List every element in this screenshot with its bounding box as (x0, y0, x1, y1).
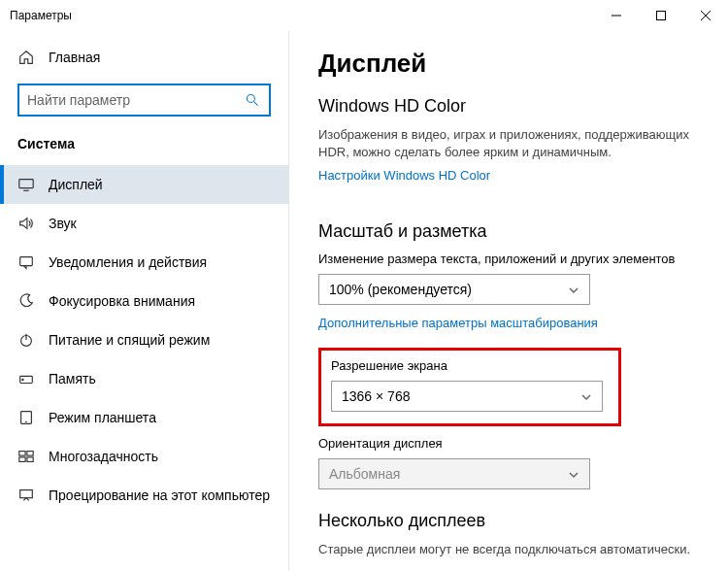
maximize-button[interactable] (639, 0, 683, 31)
text-size-label: Изменение размера текста, приложений и д… (318, 252, 699, 266)
category-title: Система (0, 136, 288, 151)
svg-line-5 (254, 102, 258, 106)
nav-label: Звук (49, 216, 77, 231)
nav-tablet[interactable]: Режим планшета (0, 398, 288, 437)
resolution-highlight: Разрешение экрана 1366 × 768 (318, 348, 621, 426)
resolution-value: 1366 × 768 (342, 388, 410, 404)
svg-point-12 (22, 379, 23, 380)
hdcolor-desc: Изображения в видео, играх и приложениях… (318, 126, 699, 161)
svg-rect-1 (657, 12, 666, 20)
chevron-down-icon (568, 468, 579, 480)
home-nav[interactable]: Главная (0, 41, 288, 74)
svg-rect-17 (19, 457, 25, 462)
nav-notifications[interactable]: Уведомления и действия (0, 243, 288, 282)
nav-label: Память (49, 371, 96, 386)
nav-label: Многозадачность (49, 449, 158, 464)
svg-point-4 (247, 94, 254, 102)
multitask-icon (17, 448, 35, 465)
nav-multitask[interactable]: Многозадачность (0, 437, 288, 476)
orientation-label: Ориентация дисплея (318, 436, 699, 451)
nav-projecting[interactable]: Проецирование на этот компьютер (0, 476, 288, 515)
sidebar: Главная Система Дисплей Звук Уведомления… (0, 31, 289, 571)
tablet-icon (17, 409, 35, 426)
nav-label: Режим планшета (49, 410, 156, 425)
nav-sound[interactable]: Звук (0, 204, 288, 243)
nav-storage[interactable]: Память (0, 359, 288, 398)
search-input[interactable] (27, 92, 244, 108)
power-icon (17, 331, 35, 349)
scale-heading: Масштаб и разметка (318, 221, 699, 242)
nav-label: Питание и спящий режим (49, 332, 210, 348)
multi-desc: Старые дисплеи могут не всегда подключат… (318, 541, 699, 558)
multi-heading: Несколько дисплеев (318, 511, 699, 531)
moon-icon (17, 292, 35, 310)
display-icon (17, 176, 35, 193)
svg-rect-15 (19, 452, 25, 456)
svg-rect-16 (27, 452, 33, 456)
chevron-down-icon (568, 284, 579, 295)
advanced-scale-link[interactable]: Дополнительные параметры масштабирования (318, 316, 598, 330)
minimize-button[interactable] (594, 0, 639, 31)
nav-label: Дисплей (49, 177, 103, 192)
home-label: Главная (49, 50, 100, 65)
text-size-select[interactable]: 100% (рекомендуется) (318, 274, 590, 305)
search-icon (244, 91, 261, 109)
window-controls (594, 0, 728, 31)
nav-focus[interactable]: Фокусировка внимания (0, 282, 288, 320)
nav-label: Проецирование на этот компьютер (49, 487, 270, 503)
nav-label: Фокусировка внимания (49, 293, 195, 309)
storage-icon (17, 370, 35, 387)
resolution-select[interactable]: 1366 × 768 (331, 381, 603, 412)
svg-rect-19 (20, 490, 33, 498)
chevron-down-icon (580, 390, 592, 402)
home-icon (17, 49, 35, 66)
nav-label: Уведомления и действия (49, 254, 207, 270)
hdcolor-heading: Windows HD Color (318, 96, 699, 117)
page-title: Дисплей (318, 49, 699, 79)
search-box[interactable] (17, 84, 271, 117)
nav-display[interactable]: Дисплей (0, 165, 288, 204)
orientation-value: Альбомная (329, 466, 400, 482)
resolution-label: Разрешение экрана (331, 358, 609, 373)
svg-rect-18 (27, 457, 33, 462)
close-button[interactable] (683, 0, 728, 31)
svg-rect-6 (19, 180, 33, 188)
window-title: Параметры (10, 9, 72, 22)
project-icon (17, 487, 35, 504)
sound-icon (17, 215, 35, 232)
hdcolor-link[interactable]: Настройки Windows HD Color (318, 168, 490, 183)
main-content: Дисплей Windows HD Color Изображения в в… (289, 31, 728, 571)
notification-icon (17, 253, 35, 271)
svg-rect-8 (20, 257, 33, 266)
orientation-select: Альбомная (318, 458, 590, 489)
text-size-value: 100% (рекомендуется) (329, 282, 472, 297)
nav-power[interactable]: Питание и спящий режим (0, 320, 288, 359)
